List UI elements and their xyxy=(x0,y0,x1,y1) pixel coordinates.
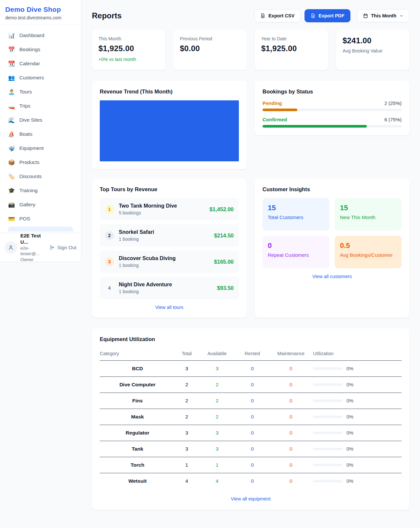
sidebar-item-icon: 📸 xyxy=(8,201,15,208)
sidebar-item-boats[interactable]: ⛵ Boats xyxy=(4,128,77,140)
sidebar-item-bookings[interactable]: 📅 Bookings xyxy=(4,43,77,56)
status-row: Confirmed 6 (75%) xyxy=(262,117,402,128)
bookings-by-status-card: Bookings by Status Pending 2 (25%) Confi… xyxy=(255,81,410,135)
sidebar-item-training[interactable]: 🎓 Training xyxy=(4,184,77,197)
cell-maintenance: 0 xyxy=(269,377,313,393)
user-icon xyxy=(8,244,14,251)
cell-total: 3 xyxy=(175,425,198,441)
user-name: E2E Test U... xyxy=(20,233,46,245)
table-row: Torch 1 1 0 0 0% xyxy=(100,457,402,473)
sidebar-item-label: Customers xyxy=(19,75,44,81)
sidebar-item-label: Boats xyxy=(19,131,32,137)
cell-category: Dive Computer xyxy=(100,377,175,393)
view-all-tours-link[interactable]: View all tours xyxy=(100,305,239,310)
insight-label: New This Month xyxy=(340,214,396,220)
page-header: Reports Export CSV Export PDF This Month xyxy=(92,9,410,22)
stat-card-avg-booking-value: $241.00 Avg Booking Value xyxy=(336,30,410,70)
tour-bookings: 1 booking xyxy=(119,289,212,294)
cell-utilization: 0% xyxy=(313,409,402,425)
sidebar-item-discounts[interactable]: 🏷️ Discounts xyxy=(4,170,77,183)
rank-badge: 1 xyxy=(105,205,114,214)
sidebar-item-customers[interactable]: 👥 Customers xyxy=(4,71,77,84)
cell-maintenance: 0 xyxy=(269,393,313,409)
stat-label: Year to Date xyxy=(261,36,322,41)
customer-insights-card: Customer Insights 15 Total Customers 15 … xyxy=(255,178,410,318)
insight-value: 15 xyxy=(340,204,396,212)
cell-total: 2 xyxy=(175,409,198,425)
view-all-equipment-link[interactable]: View all equipment xyxy=(100,496,402,501)
utilization-percent: 0% xyxy=(346,382,353,387)
sidebar-item-gallery[interactable]: 📸 Gallery xyxy=(4,198,77,211)
status-count: 6 (75%) xyxy=(384,117,402,122)
tour-name: Two Tank Morning Dive xyxy=(119,203,205,209)
sidebar-item-label: Training xyxy=(19,188,37,193)
sidebar-item-dive-sites[interactable]: 🌊 Dive Sites xyxy=(4,114,77,126)
revenue-trend-chart xyxy=(100,100,239,161)
utilization-bar-track xyxy=(313,464,343,466)
insight-value: 0 xyxy=(268,241,324,250)
cell-total: 1 xyxy=(175,457,198,473)
sign-out-button[interactable]: Sign Out xyxy=(50,245,76,250)
sidebar-item-icon: 📦 xyxy=(8,159,15,166)
stat-label: This Month xyxy=(98,36,159,41)
cell-category: Mask xyxy=(100,409,175,425)
sidebar-item-tours[interactable]: 🏝️ Tours xyxy=(4,86,77,98)
cell-available: 2 xyxy=(198,409,236,425)
period-dropdown[interactable]: This Month xyxy=(357,9,410,22)
cell-maintenance: 0 xyxy=(269,441,313,457)
sidebar-item-partial-selected[interactable] xyxy=(8,227,73,232)
insight-label: Avg Bookings/Customer xyxy=(340,252,396,258)
sidebar-item-equipment[interactable]: 🤿 Equipment xyxy=(4,142,77,154)
shop-domain: demo.test.divestreams.com xyxy=(5,15,76,20)
customer-insights-title: Customer Insights xyxy=(262,186,402,193)
export-pdf-button[interactable]: Export PDF xyxy=(304,9,350,22)
table-row: BCD 3 3 0 0 0% xyxy=(100,361,402,377)
status-bar-track xyxy=(262,125,402,128)
sidebar-item-products[interactable]: 📦 Products xyxy=(4,156,77,169)
cell-maintenance: 0 xyxy=(269,361,313,377)
file-download-icon xyxy=(310,13,316,18)
cell-total: 3 xyxy=(175,361,198,377)
revenue-trend-card: Revenue Trend (This Month) xyxy=(92,81,247,169)
tour-list-item: 4 Night Dive Adventure 1 booking $93.50 xyxy=(100,277,239,299)
cell-category: Fins xyxy=(100,393,175,409)
insight-tile: 0 Repeat Customers xyxy=(262,236,329,268)
cell-rented: 0 xyxy=(236,377,269,393)
sidebar-item-dashboard[interactable]: 📊 Dashboard xyxy=(4,29,77,42)
utilization-bar-track xyxy=(313,383,343,386)
cell-available: 3 xyxy=(198,441,236,457)
calendar-icon xyxy=(363,13,368,18)
sidebar-item-label: Tours xyxy=(19,89,32,95)
export-csv-button[interactable]: Export CSV xyxy=(254,9,301,22)
utilization-percent: 0% xyxy=(346,430,353,436)
utilization-percent: 0% xyxy=(346,398,353,403)
status-row: Pending 2 (25%) xyxy=(262,100,402,111)
cell-utilization: 0% xyxy=(313,393,402,409)
cell-utilization: 0% xyxy=(313,473,402,489)
view-all-customers-link[interactable]: View all customers xyxy=(262,274,402,279)
sign-out-icon xyxy=(50,245,55,250)
utilization-percent: 0% xyxy=(346,366,353,371)
sidebar-item-icon: 🤿 xyxy=(8,145,15,152)
status-bar-fill xyxy=(262,109,297,111)
insight-tile: 0.5 Avg Bookings/Customer xyxy=(335,236,402,268)
sidebar-item-trips[interactable]: 🚤 Trips xyxy=(4,100,77,112)
tour-name: Night Dive Adventure xyxy=(119,282,212,288)
sidebar-item-pos[interactable]: 💳 POS xyxy=(4,213,77,225)
column-header-total: Total xyxy=(175,348,198,361)
cell-utilization: 0% xyxy=(313,377,402,393)
utilization-percent: 0% xyxy=(346,414,353,419)
insights-row: Top Tours by Revenue 1 Two Tank Morning … xyxy=(92,178,410,318)
sidebar-header: Demo Dive Shop demo.test.divestreams.com xyxy=(0,0,81,25)
insight-tile: 15 Total Customers xyxy=(262,198,329,231)
table-row: Fins 2 2 0 0 0% xyxy=(100,393,402,409)
tour-name: Discover Scuba Diving xyxy=(119,255,209,261)
sidebar-item-icon: 📊 xyxy=(8,32,15,39)
cell-available: 2 xyxy=(198,393,236,409)
sidebar-item-icon: 📅 xyxy=(8,46,15,53)
sidebar-item-calendar[interactable]: 📆 Calendar xyxy=(4,57,77,70)
table-row: Tank 3 3 0 0 0% xyxy=(100,441,402,457)
file-download-icon xyxy=(260,13,265,18)
column-header-rented: Rented xyxy=(236,348,269,361)
sidebar-item-icon: 🌊 xyxy=(8,117,15,124)
